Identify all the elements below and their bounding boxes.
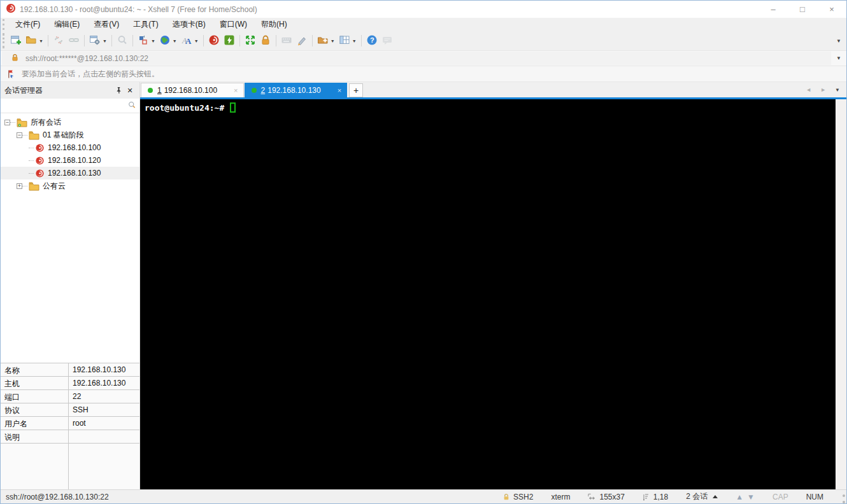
- prev-session-icon[interactable]: ▲: [736, 493, 743, 501]
- toolbar-separator: [239, 35, 240, 46]
- session-icon: [35, 156, 45, 165]
- terminal[interactable]: root@ubuntu24:~#: [140, 99, 836, 489]
- find-icon: [117, 34, 128, 48]
- property-value-name[interactable]: 192.168.10.130: [69, 363, 139, 376]
- chevron-down-icon: ▼: [173, 39, 177, 43]
- status-cursor-position[interactable]: 1,18: [634, 493, 677, 501]
- tree-item-session-120[interactable]: 192.168.10.120: [1, 154, 139, 167]
- reconnect-button[interactable]: [66, 33, 82, 48]
- property-value-protocol[interactable]: SSH: [69, 403, 139, 416]
- terminal-scrollbar[interactable]: [836, 99, 846, 489]
- transfer-new-file-button[interactable]: ▼: [315, 33, 337, 48]
- property-row-protocol: 协议 SSH: [1, 403, 139, 417]
- tab-scroll-left-icon[interactable]: ◄: [806, 87, 811, 93]
- chevron-down-icon: ▼: [194, 39, 199, 43]
- session-icon: [35, 169, 45, 178]
- terminal-cursor: [230, 102, 236, 113]
- tab-list-icon[interactable]: ▼: [835, 87, 840, 93]
- virtual-keyboard-button[interactable]: [279, 33, 294, 48]
- xftp-launch-button[interactable]: [222, 33, 237, 48]
- menu-grip[interactable]: [3, 19, 6, 30]
- pin-icon[interactable]: [113, 87, 124, 95]
- help-button[interactable]: ?: [364, 33, 380, 48]
- open-session-button[interactable]: ▼: [24, 33, 45, 48]
- chevron-down-icon: ▼: [39, 39, 43, 43]
- tree-item-folder-01[interactable]: − 01 基础阶段: [1, 129, 139, 141]
- minimize-button[interactable]: –: [758, 1, 788, 18]
- tree-item-session-130[interactable]: 192.168.10.130: [1, 167, 139, 179]
- toolbar-overflow-icon[interactable]: ▼: [831, 38, 846, 44]
- tree-item-all-sessions[interactable]: − 所有会话: [1, 116, 139, 129]
- next-session-icon[interactable]: ▼: [747, 493, 755, 501]
- status-session-count[interactable]: 2 会话: [677, 491, 727, 502]
- menu-help[interactable]: 帮助(H): [254, 18, 294, 31]
- status-terminal-type[interactable]: xterm: [542, 493, 579, 501]
- address-input[interactable]: ssh://root:******@192.168.10.130:22: [2, 52, 831, 65]
- session-manager-title: 会话管理器: [4, 85, 113, 96]
- compose-bar-button[interactable]: ▼: [136, 33, 157, 48]
- new-tab-button[interactable]: +: [349, 83, 363, 97]
- session-search-row: [1, 99, 139, 113]
- xshell-icon: [208, 34, 220, 48]
- tab-session-130[interactable]: 2 192.168.10.130 ×: [245, 83, 348, 97]
- fullscreen-button[interactable]: [243, 33, 258, 48]
- toolbar-grip[interactable]: [3, 33, 6, 48]
- session-manager-panel: 会话管理器 ✕ − 所有会话 − 01 基础阶段: [1, 82, 140, 489]
- new-session-button[interactable]: [8, 33, 24, 48]
- expand-icon[interactable]: +: [17, 183, 22, 189]
- menu-tab[interactable]: 选项卡(B): [166, 18, 213, 31]
- virtual-keyboard-icon: [281, 34, 292, 48]
- toolbar-separator: [132, 35, 133, 46]
- tab-scroll-right-icon[interactable]: ►: [820, 87, 826, 93]
- tab-nav: ◄ ► ▼: [806, 87, 846, 93]
- session-tree: − 所有会话 − 01 基础阶段 192.168.10.100: [1, 113, 139, 192]
- flag-icon: [7, 69, 17, 79]
- property-value-port[interactable]: 22: [69, 390, 139, 403]
- address-overflow-icon[interactable]: ▼: [831, 55, 846, 61]
- highlight-button[interactable]: [294, 33, 310, 48]
- status-right: SSH2 xterm 155x37 1,18 2 会话 ▲ ▼ CAP: [494, 491, 846, 503]
- close-panel-icon[interactable]: ✕: [124, 87, 136, 95]
- menu-tools[interactable]: 工具(T): [126, 18, 165, 31]
- property-value-description[interactable]: [69, 430, 139, 443]
- xshell-logo-icon: [6, 3, 16, 15]
- main-area: 会话管理器 ✕ − 所有会话 − 01 基础阶段: [1, 82, 846, 489]
- tab-close-icon[interactable]: ×: [234, 87, 238, 94]
- tree-item-session-100[interactable]: 192.168.10.100: [1, 141, 139, 154]
- resize-grip[interactable]: [836, 494, 845, 503]
- session-search-input[interactable]: [1, 99, 127, 113]
- menu-view[interactable]: 查看(V): [87, 18, 126, 31]
- status-terminal-size[interactable]: 155x37: [579, 493, 633, 501]
- layout-icon: [339, 34, 350, 48]
- collapse-icon[interactable]: −: [17, 132, 22, 138]
- font-button[interactable]: AA▼: [179, 33, 201, 48]
- status-protocol[interactable]: SSH2: [494, 493, 542, 501]
- info-bar: 要添加当前会话，点击左侧的箭头按钮。: [1, 66, 846, 82]
- session-properties-icon: [89, 34, 101, 48]
- menu-window[interactable]: 窗口(W): [213, 18, 254, 31]
- xshell-launch-button[interactable]: [206, 33, 222, 48]
- property-value-username[interactable]: root: [69, 417, 139, 430]
- session-properties-button[interactable]: ▼: [87, 33, 109, 48]
- collapse-icon[interactable]: −: [4, 120, 10, 125]
- toolbar-separator: [312, 35, 313, 46]
- maximize-button[interactable]: □: [788, 1, 817, 18]
- search-icon[interactable]: [127, 101, 136, 111]
- property-row-username: 用户名 root: [1, 417, 139, 430]
- feedback-button[interactable]: [380, 33, 395, 48]
- tab-close-icon[interactable]: ×: [338, 87, 341, 94]
- property-value-host[interactable]: 192.168.10.130: [69, 377, 139, 389]
- tree-item-folder-cloud[interactable]: + 公有云: [1, 179, 139, 192]
- terminal-area: 1 192.168.10.100 × 2 192.168.10.130 × + …: [140, 82, 846, 489]
- session-icon: [35, 143, 45, 153]
- menu-file[interactable]: 文件(F): [8, 18, 47, 31]
- tab-session-100[interactable]: 1 192.168.10.100 ×: [141, 83, 244, 97]
- disconnect-button[interactable]: [51, 33, 66, 48]
- close-button[interactable]: ×: [817, 1, 846, 18]
- web-button[interactable]: ▼: [157, 33, 179, 48]
- menu-edit[interactable]: 编辑(E): [47, 18, 87, 31]
- layout-button[interactable]: ▼: [337, 33, 359, 48]
- lock-screen-button[interactable]: [258, 33, 273, 48]
- xftp-icon: [224, 34, 235, 48]
- find-button[interactable]: [115, 33, 130, 48]
